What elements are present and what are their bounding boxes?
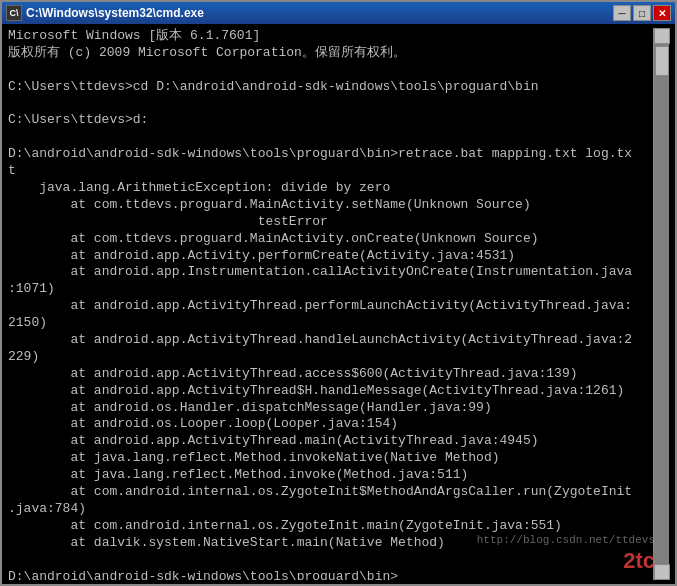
title-bar: C\ C:\Windows\system32\cmd.exe ─ □ ✕ [2, 2, 675, 24]
scrollbar-thumb[interactable] [655, 46, 669, 76]
window-title: C:\Windows\system32\cmd.exe [26, 6, 204, 20]
scrollbar[interactable]: ▲ ▼ [653, 28, 669, 580]
cmd-window: C\ C:\Windows\system32\cmd.exe ─ □ ✕ Mic… [0, 0, 677, 586]
console-area: Microsoft Windows [版本 6.1.7601] 版权所有 (c)… [2, 24, 675, 584]
scroll-up-arrow[interactable]: ▲ [654, 28, 670, 44]
scroll-down-arrow[interactable]: ▼ [654, 564, 670, 580]
close-button[interactable]: ✕ [653, 5, 671, 21]
title-bar-buttons: ─ □ ✕ [613, 5, 671, 21]
maximize-button[interactable]: □ [633, 5, 651, 21]
title-bar-left: C\ C:\Windows\system32\cmd.exe [6, 5, 204, 21]
console-output: Microsoft Windows [版本 6.1.7601] 版权所有 (c)… [8, 28, 653, 580]
cmd-icon: C\ [6, 5, 22, 21]
minimize-button[interactable]: ─ [613, 5, 631, 21]
scrollbar-track[interactable] [654, 44, 669, 564]
